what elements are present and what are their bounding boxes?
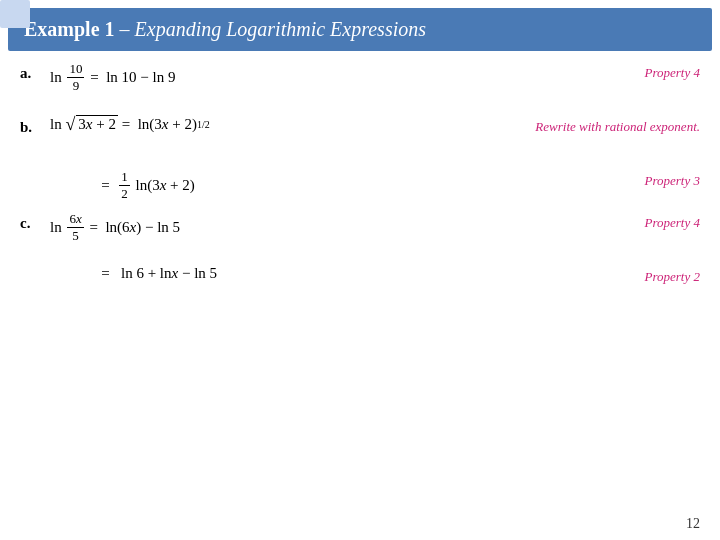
header-title: Expanding Logarithmic Expressions (135, 18, 426, 40)
example-a-math: ln 109 = ln 10 − ln 9 (50, 61, 480, 93)
example-a-row: a. ln 109 = ln 10 − ln 9 Property 4 (20, 61, 700, 109)
example-b-annotation2: Property 3 (480, 169, 700, 189)
example-b-label: b. (20, 115, 50, 136)
example-b-continuation: = 12 ln(3x + 2) Property 3 (20, 169, 700, 205)
example-c-math-line2: = ln 6 + ln x − ln 5 (50, 265, 480, 282)
page-number: 12 (686, 516, 700, 532)
header-dash: – (120, 18, 130, 40)
main-content: a. ln 109 = ln 10 − ln 9 Property 4 b. l… (0, 51, 720, 317)
example-number: Example 1 (24, 18, 115, 40)
example-b-annotation1: Rewrite with rational exponent. (480, 115, 700, 135)
example-c-continuation: = ln 6 + ln x − ln 5 Property 2 (20, 265, 700, 301)
example-a-label: a. (20, 61, 50, 82)
example-b-math-line1: ln √3x + 2 = ln(3x + 2)1/2 (50, 115, 480, 133)
example-a-annotation: Property 4 (480, 61, 700, 81)
example-b-row: b. ln √3x + 2 = ln(3x + 2)1/2 Rewrite wi… (20, 115, 700, 163)
example-c-label: c. (20, 211, 50, 232)
corner-tab (0, 0, 30, 28)
example-c-row: c. ln 6x5 = ln(6x) − ln 5 Property 4 (20, 211, 700, 259)
example-c-math-line1: ln 6x5 = ln(6x) − ln 5 (50, 211, 480, 243)
section-header: Example 1 – Expanding Logarithmic Expres… (8, 8, 712, 51)
example-b-math-line2: = 12 ln(3x + 2) (50, 169, 480, 201)
example-c-annotation2: Property 2 (480, 265, 700, 285)
example-c-annotation1: Property 4 (480, 211, 700, 231)
